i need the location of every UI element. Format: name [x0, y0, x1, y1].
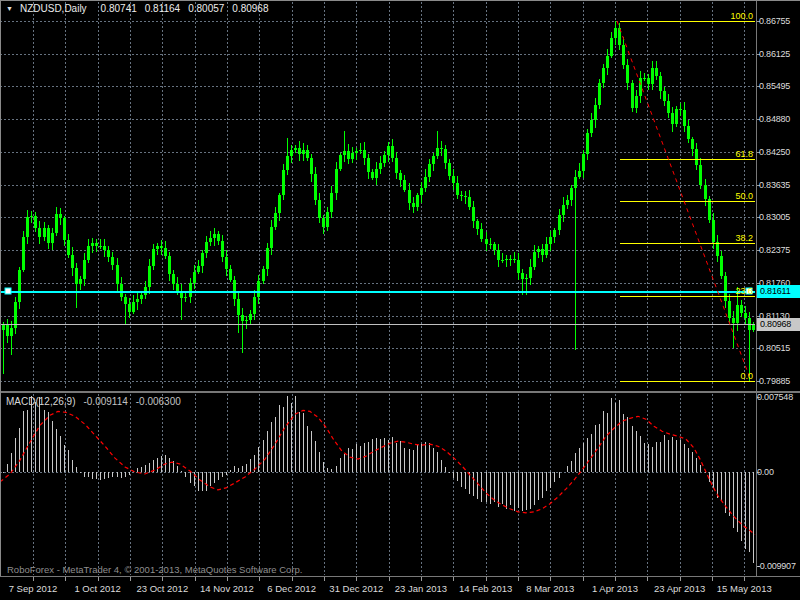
macd-axis-max-label: 0.007548	[757, 392, 793, 403]
fib-level-label: 38.2	[735, 233, 753, 243]
chart-title: ▼NZDUSD,Daily0.807410.811640.800570.8096…	[6, 3, 276, 14]
window-border-left	[0, 0, 1, 576]
fibonacci-retracement[interactable]	[617, 21, 755, 382]
fib-level-label: 23.6	[735, 286, 753, 296]
ohlc-low: 0.80057	[188, 3, 224, 14]
time-axis-label: 8 Mar 2013	[526, 583, 574, 594]
current-price-tag: 0.81611	[756, 285, 800, 298]
price-axis-label: 0.86755	[759, 16, 790, 27]
fib-level-label: 50.0	[735, 191, 753, 201]
price-axis-label: 0.86125	[759, 49, 790, 60]
panel-separator[interactable]	[0, 391, 800, 393]
ohlc-high: 0.81164	[145, 3, 180, 14]
macd-main-value: -0.009114	[83, 396, 127, 407]
price-axis-label: 0.85495	[759, 81, 790, 92]
ohlc-close: 0.80968	[232, 3, 268, 14]
fib-level-label: 100.0	[730, 11, 753, 21]
time-axis-label: 1 Apr 2013	[592, 583, 638, 594]
macd-axis-min-label: -0.009907	[757, 561, 796, 572]
time-axis-label: 14 Feb 2013	[459, 583, 512, 594]
price-axis-label: 0.84250	[759, 147, 790, 158]
time-axis-label: 6 Dec 2012	[267, 583, 316, 594]
price-axis-label: 0.83635	[759, 180, 790, 191]
time-axis-separator	[0, 576, 800, 577]
chart-dropdown-icon[interactable]: ▼	[6, 5, 13, 12]
macd-indicator-label: MACD(12,26,9)-0.009114-0.006300	[6, 396, 181, 407]
price-axis-label: 0.84880	[759, 114, 790, 125]
chart-canvas[interactable]	[0, 0, 800, 600]
fib-level-label: 61.8	[735, 149, 753, 159]
symbol-period-label: NZDUSD,Daily	[20, 3, 87, 14]
macd-histogram	[4, 396, 754, 563]
price-axis-label: 0.79885	[759, 376, 790, 387]
macd-axis-zero-label: 0.00	[757, 467, 774, 478]
macd-name: MACD(12,26,9)	[6, 396, 75, 407]
macd-signal-value: -0.006300	[136, 396, 181, 407]
line-end-marker[interactable]	[5, 288, 11, 294]
mt4-chart-window: ▼NZDUSD,Daily0.807410.811640.800570.8096…	[0, 0, 800, 600]
time-axis-label: 14 Nov 2012	[200, 583, 254, 594]
price-axis-separator	[756, 0, 757, 576]
copyright-text: RoboForex - MetaTrader 4, © 2001-2013, M…	[7, 564, 302, 575]
price-axis-label: 0.80515	[759, 343, 790, 354]
time-axis-label: 7 Sep 2012	[9, 583, 58, 594]
time-axis-label: 15 May 2013	[717, 583, 772, 594]
time-axis-label: 31 Dec 2012	[329, 583, 383, 594]
time-axis-label: 23 Apr 2013	[654, 583, 705, 594]
time-axis-label: 1 Oct 2012	[74, 583, 120, 594]
price-axis-label: 0.83005	[759, 212, 790, 223]
bid-price-tag: 0.80968	[756, 318, 800, 331]
time-axis-label: 23 Jan 2013	[395, 583, 447, 594]
price-axis-label: 0.82375	[759, 245, 790, 256]
window-border-top	[0, 0, 800, 1]
time-axis-label: 23 Oct 2012	[136, 583, 188, 594]
fib-level-label: 0.0	[740, 371, 753, 381]
ohlc-open: 0.80741	[101, 3, 137, 14]
